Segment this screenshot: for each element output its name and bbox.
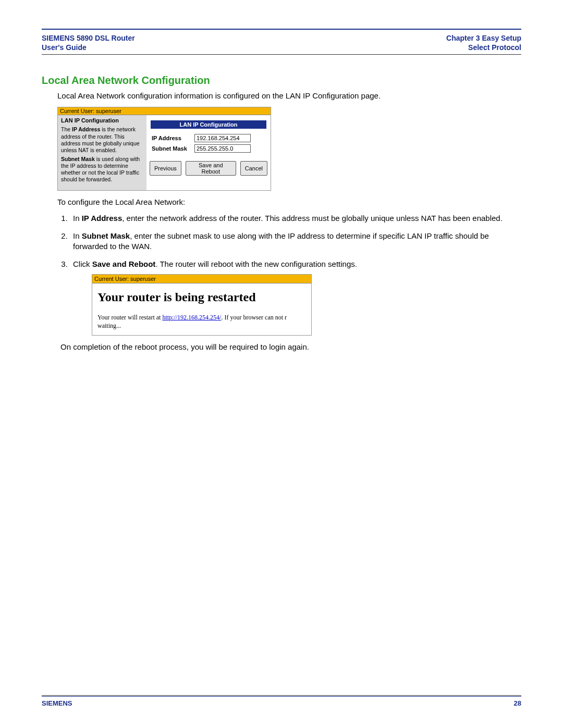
step-1: In IP Address, enter the network address… [70, 213, 521, 224]
page-header: SIEMENS 5890 DSL Router User's Guide Cha… [42, 32, 521, 54]
help-sidebar: LAN IP Configuration The IP Address is t… [58, 115, 146, 191]
current-user-bar-2: Current User: superuser [92, 275, 311, 284]
restart-screenshot: Current User: superuser Your router is b… [92, 274, 312, 336]
sidebar-para-ip: The IP Address is the network address of… [61, 126, 143, 154]
section-heading: Local Area Network Configuration [42, 75, 521, 87]
save-and-reboot-button[interactable]: Save and Reboot [186, 161, 236, 176]
previous-button[interactable]: Previous [150, 161, 181, 176]
header-title: SIEMENS 5890 DSL Router [42, 33, 135, 43]
sidebar-title: LAN IP Configuration [61, 117, 143, 125]
form-title-bar: LAN IP Configuration [151, 120, 266, 129]
page-footer: SIEMENS 28 [42, 695, 521, 707]
subnet-mask-label: Subnet Mask [152, 145, 194, 152]
step-3: Click Save and Reboot. The router will r… [70, 259, 521, 352]
steps-intro: To configure the Local Area Network: [57, 197, 521, 207]
steps-list: In IP Address, enter the network address… [70, 213, 521, 353]
cancel-button[interactable]: Cancel [240, 161, 267, 176]
ip-address-field[interactable] [194, 134, 251, 142]
subnet-mask-field[interactable] [194, 144, 251, 153]
current-user-bar: Current User: superuser [58, 107, 271, 115]
config-form-pane: LAN IP Configuration IP Address Subnet M… [146, 115, 271, 191]
post-restart-text: On completion of the reboot process, you… [60, 342, 521, 352]
header-subtitle: User's Guide [42, 43, 135, 52]
restart-heading: Your router is being restarted [97, 289, 306, 305]
sidebar-para-mask: Subnet Mask is used along with the IP ad… [61, 156, 143, 183]
footer-brand: SIEMENS [42, 699, 72, 707]
footer-page-number: 28 [514, 699, 521, 707]
lan-config-screenshot: Current User: superuser LAN IP Configura… [57, 107, 271, 191]
header-chapter: Chapter 3 Easy Setup [446, 33, 521, 43]
header-section: Select Protocol [446, 43, 521, 52]
intro-text: Local Area Network configuration informa… [57, 91, 521, 101]
restart-url-link[interactable]: http://192.168.254.254/ [162, 314, 221, 321]
step-2: In Subnet Mask, enter the subnet mask to… [70, 231, 521, 252]
restart-message: Your router will restart at http://192.1… [97, 313, 306, 330]
ip-address-label: IP Address [152, 135, 194, 141]
